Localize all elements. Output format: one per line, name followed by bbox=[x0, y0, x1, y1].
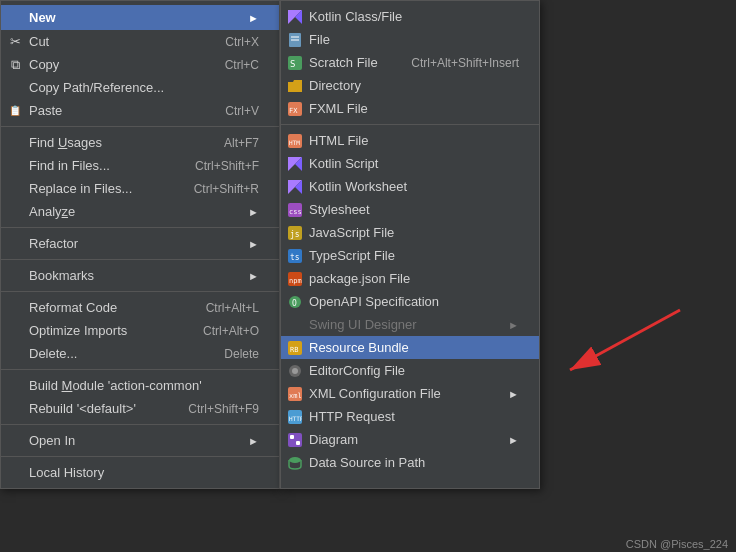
delete-icon bbox=[7, 346, 23, 362]
menu-item-directory[interactable]: Directory bbox=[281, 74, 539, 97]
right-separator-1 bbox=[281, 124, 539, 125]
http-request-icon: HTTP bbox=[287, 409, 303, 425]
copy-path-icon bbox=[7, 80, 23, 96]
menu-item-reformat[interactable]: Reformat Code Ctrl+Alt+L bbox=[1, 296, 279, 319]
open-in-arrow: ► bbox=[228, 435, 259, 447]
menu-item-datasource[interactable]: Data Source in Path bbox=[281, 451, 539, 474]
menu-item-resource-bundle[interactable]: RB Resource Bundle bbox=[281, 336, 539, 359]
menu-item-reformat-label: Reformat Code bbox=[29, 300, 117, 315]
menu-item-xml-config-label: XML Configuration File bbox=[309, 386, 441, 401]
menu-item-rebuild[interactable]: Rebuild '<default>' Ctrl+Shift+F9 bbox=[1, 397, 279, 420]
menu-item-local-history[interactable]: Local History bbox=[1, 461, 279, 484]
menu-item-javascript[interactable]: js JavaScript File bbox=[281, 221, 539, 244]
menu-item-copy[interactable]: ⧉ Copy Ctrl+C bbox=[1, 53, 279, 76]
paste-icon: 📋 bbox=[7, 103, 23, 119]
menu-item-typescript[interactable]: ts TypeScript File bbox=[281, 244, 539, 267]
separator-1 bbox=[1, 126, 279, 127]
kotlin-worksheet-icon bbox=[287, 179, 303, 195]
svg-rect-35 bbox=[296, 441, 300, 445]
file-icon bbox=[287, 32, 303, 48]
menu-item-fxml[interactable]: FX FXML File bbox=[281, 97, 539, 120]
menu-item-copy-path[interactable]: Copy Path/Reference... bbox=[1, 76, 279, 99]
menu-item-kotlin-class[interactable]: Kotlin Class/File bbox=[281, 5, 539, 28]
kotlin-script-icon bbox=[287, 156, 303, 172]
svg-text:O: O bbox=[292, 299, 297, 308]
svg-text:js: js bbox=[290, 230, 300, 239]
menu-item-paste-label: Paste bbox=[29, 103, 62, 118]
menu-item-delete[interactable]: Delete... Delete bbox=[1, 342, 279, 365]
package-json-icon: npm bbox=[287, 271, 303, 287]
refactor-arrow: ► bbox=[228, 238, 259, 250]
menu-item-openapi-label: OpenAPI Specification bbox=[309, 294, 439, 309]
xml-config-arrow: ► bbox=[488, 388, 519, 400]
diagram-icon bbox=[287, 432, 303, 448]
menu-item-datasource-label: Data Source in Path bbox=[309, 455, 425, 470]
menu-item-file[interactable]: File bbox=[281, 28, 539, 51]
javascript-icon: js bbox=[287, 225, 303, 241]
menu-item-http-request[interactable]: HTTP HTTP Request bbox=[281, 405, 539, 428]
menu-item-openapi[interactable]: O OpenAPI Specification bbox=[281, 290, 539, 313]
menu-item-analyze[interactable]: Analyze ► bbox=[1, 200, 279, 223]
svg-point-28 bbox=[292, 368, 298, 374]
menu-item-build-module-label: Build Module 'action-common' bbox=[29, 378, 202, 393]
bookmarks-arrow: ► bbox=[228, 270, 259, 282]
menu-item-refactor-label: Refactor bbox=[29, 236, 78, 251]
resource-bundle-icon: RB bbox=[287, 340, 303, 356]
menu-item-delete-label: Delete... bbox=[29, 346, 77, 361]
menu-item-refactor[interactable]: Refactor ► bbox=[1, 232, 279, 255]
menu-item-find-in-files-shortcut: Ctrl+Shift+F bbox=[175, 159, 259, 173]
menu-item-editorconfig-label: EditorConfig File bbox=[309, 363, 405, 378]
menu-item-stylesheet[interactable]: css Stylesheet bbox=[281, 198, 539, 221]
menu-item-paste-shortcut: Ctrl+V bbox=[205, 104, 259, 118]
optimize-icon bbox=[7, 323, 23, 339]
menu-item-replace-in-files[interactable]: Replace in Files... Ctrl+Shift+R bbox=[1, 177, 279, 200]
menu-item-html[interactable]: HTM HTML File bbox=[281, 129, 539, 152]
menu-item-editorconfig[interactable]: EditorConfig File bbox=[281, 359, 539, 382]
menu-item-kotlin-worksheet[interactable]: Kotlin Worksheet bbox=[281, 175, 539, 198]
menu-item-package-json[interactable]: npm package.json File bbox=[281, 267, 539, 290]
menu-item-open-in[interactable]: Open In ► bbox=[1, 429, 279, 452]
cut-icon: ✂ bbox=[7, 34, 23, 50]
menu-item-swing-ui-label: Swing UI Designer bbox=[309, 317, 417, 332]
menu-item-bookmarks[interactable]: Bookmarks ► bbox=[1, 264, 279, 287]
menu-item-kotlin-script-label: Kotlin Script bbox=[309, 156, 378, 171]
menu-item-copy-label: Copy bbox=[29, 57, 59, 72]
menu-item-kotlin-worksheet-label: Kotlin Worksheet bbox=[309, 179, 407, 194]
separator-5 bbox=[1, 369, 279, 370]
editorconfig-icon bbox=[287, 363, 303, 379]
menu-item-html-label: HTML File bbox=[309, 133, 368, 148]
menu-item-copy-path-label: Copy Path/Reference... bbox=[29, 80, 164, 95]
menu-item-swing-ui[interactable]: Swing UI Designer ► bbox=[281, 313, 539, 336]
menu-item-cut[interactable]: ✂ Cut Ctrl+X bbox=[1, 30, 279, 53]
menu-header-new[interactable]: New ► bbox=[1, 5, 279, 30]
stylesheet-icon: css bbox=[287, 202, 303, 218]
menu-item-diagram[interactable]: Diagram ► bbox=[281, 428, 539, 451]
left-menu-panel: New ► ✂ Cut Ctrl+X ⧉ Copy Ctrl+C Copy Pa… bbox=[0, 0, 280, 489]
svg-text:xml: xml bbox=[289, 392, 302, 400]
menu-item-resource-bundle-label: Resource Bundle bbox=[309, 340, 409, 355]
menu-item-scratch[interactable]: S Scratch File Ctrl+Alt+Shift+Insert bbox=[281, 51, 539, 74]
menu-item-cut-label: Cut bbox=[29, 34, 49, 49]
svg-line-38 bbox=[570, 310, 680, 370]
menu-item-kotlin-script[interactable]: Kotlin Script bbox=[281, 152, 539, 175]
rebuild-icon bbox=[7, 401, 23, 417]
menu-item-open-in-label: Open In bbox=[29, 433, 75, 448]
menu-item-typescript-label: TypeScript File bbox=[309, 248, 395, 263]
menu-item-kotlin-class-label: Kotlin Class/File bbox=[309, 9, 402, 24]
menu-item-build-module[interactable]: Build Module 'action-common' bbox=[1, 374, 279, 397]
menu-item-optimize[interactable]: Optimize Imports Ctrl+Alt+O bbox=[1, 319, 279, 342]
menu-item-paste[interactable]: 📋 Paste Ctrl+V bbox=[1, 99, 279, 122]
menu-header-label: New bbox=[29, 10, 56, 25]
menu-item-bookmarks-label: Bookmarks bbox=[29, 268, 94, 283]
find-usages-icon bbox=[7, 135, 23, 151]
svg-text:HTM: HTM bbox=[289, 139, 300, 146]
xml-config-icon: xml bbox=[287, 386, 303, 402]
menu-item-stylesheet-label: Stylesheet bbox=[309, 202, 370, 217]
menu-item-find-usages[interactable]: Find Usages Alt+F7 bbox=[1, 131, 279, 154]
separator-3 bbox=[1, 259, 279, 260]
analyze-arrow: ► bbox=[228, 206, 259, 218]
reformat-icon bbox=[7, 300, 23, 316]
menu-item-find-in-files[interactable]: Find in Files... Ctrl+Shift+F bbox=[1, 154, 279, 177]
menu-item-xml-config[interactable]: xml XML Configuration File ► bbox=[281, 382, 539, 405]
menu-item-find-in-files-label: Find in Files... bbox=[29, 158, 110, 173]
